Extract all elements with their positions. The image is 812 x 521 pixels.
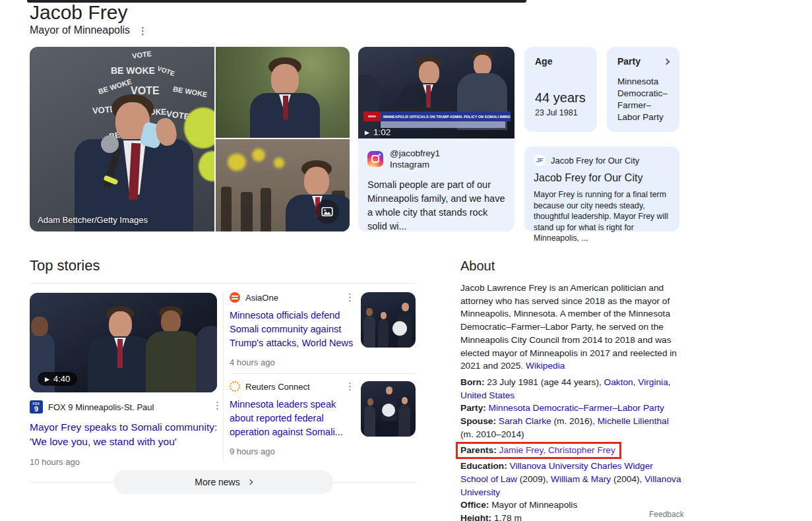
- fact-link[interactable]: Oakton: [604, 377, 633, 387]
- overflow-menu-icon[interactable]: ⋮: [345, 381, 355, 391]
- about-heading: About: [460, 259, 495, 274]
- birth-date: 23 Jul 1981: [535, 108, 586, 117]
- fact-label: Parents:: [460, 445, 499, 455]
- collage-photo-main[interactable]: VOTEBE WOKEVOTEBE WOKEVOTEBE WOKEVOTEBE …: [30, 47, 214, 231]
- fact-label: Party:: [460, 403, 489, 413]
- photo-figure: [283, 96, 288, 119]
- fact-text: (m. 2010–2014): [460, 429, 524, 439]
- photo-figure: [271, 64, 299, 96]
- photo-figure: [252, 148, 265, 162]
- site-description: Mayor Frey is running for a final term b…: [534, 189, 670, 244]
- feedback-link[interactable]: Feedback: [649, 510, 684, 519]
- story-timestamp: 10 hours ago: [30, 457, 222, 467]
- wikipedia-link[interactable]: Wikipedia: [526, 361, 565, 371]
- photo-figure: [228, 154, 246, 171]
- about-facts: Born: 23 July 1981 (age 44 years), Oakto…: [460, 376, 682, 521]
- top-stories-heading: Top stories: [30, 257, 100, 274]
- story-video-thumbnail[interactable]: ▶ 4:40: [30, 293, 217, 392]
- age-card: Age 44 years 23 Jul 1981: [524, 47, 597, 132]
- fact-label: Born:: [460, 377, 487, 387]
- chyron-headline: MINNEAPOLIS OFFICIALS ON TRUMP ADMIN. PO…: [381, 111, 511, 121]
- vertical-divider: [223, 293, 224, 462]
- fact-link[interactable]: ,: [543, 445, 548, 455]
- site-title[interactable]: Jacob Frey for Our City: [534, 172, 670, 184]
- about-fact-row: Party: Minnesota Democratic–Farmer–Labor…: [460, 402, 682, 415]
- fact-link[interactable]: Minnesota Democratic–Farmer–Labor Party: [489, 403, 664, 413]
- fact-link[interactable]: Christopher Frey: [548, 445, 615, 455]
- fact-text: 23 July 1981 (age 44 years),: [487, 377, 604, 387]
- page-subtitle: Mayor of Minneapolis: [30, 24, 130, 36]
- page-title: Jacob Frey: [30, 1, 127, 24]
- instagram-icon: [367, 151, 383, 167]
- about-fact-row: Born: 23 July 1981 (age 44 years), Oakto…: [460, 376, 682, 402]
- fact-link[interactable]: Michelle Lilienthal: [598, 416, 669, 426]
- story-thumbnail[interactable]: [361, 292, 416, 348]
- fact-link[interactable]: William & Mary: [551, 474, 611, 484]
- post-text[interactable]: Somali people are part of our Minneapoli…: [367, 178, 505, 231]
- video-post-card[interactable]: NEWS MINNEAPOLIS OFFICIALS ON TRUMP ADMI…: [358, 47, 515, 231]
- story-source: AsiaOne: [245, 293, 278, 303]
- photo-figure: [101, 135, 119, 153]
- knowledge-panel-page: Jacob Frey Mayor of Minneapolis ⋮ VOTEBE…: [0, 0, 812, 521]
- story-card: Reuters Connect ⋮ Minnesota leaders spea…: [230, 381, 416, 456]
- video-thumbnail[interactable]: NEWS MINNEAPOLIS OFFICIALS ON TRUMP ADMI…: [358, 47, 515, 138]
- story-card: AsiaOne ⋮ Minnesota officials defend Som…: [230, 292, 416, 367]
- chevron-right-icon: [247, 479, 252, 485]
- fact-link[interactable]: Virginia: [638, 377, 668, 387]
- site-name: Jacob Frey for Our City: [551, 156, 639, 166]
- overflow-menu-icon[interactable]: ⋮: [345, 292, 355, 302]
- fact-label: Height:: [460, 513, 494, 521]
- asiaone-logo-icon: [230, 292, 240, 303]
- story-thumbnail[interactable]: [361, 381, 416, 437]
- chevron-right-icon[interactable]: [664, 58, 670, 65]
- fact-text: (2004),: [611, 474, 644, 484]
- about-fact-row-highlighted: Parents: Jamie Frey, Christopher Frey: [456, 442, 621, 460]
- fist-word: BE WOKE: [111, 65, 155, 76]
- fact-text: Mayor of Minneapolis: [491, 500, 577, 510]
- campaign-site-card[interactable]: JF Jacob Frey for Our City Jacob Frey fo…: [524, 146, 679, 231]
- story-timestamp: 4 hours ago: [230, 357, 355, 367]
- fox9-logo-icon: FOX 9: [30, 400, 43, 414]
- fact-link[interactable]: United States: [460, 390, 515, 400]
- divider: [230, 373, 416, 374]
- fact-link[interactable]: Sarah Clarke: [499, 416, 551, 426]
- news-logo: NEWS: [363, 111, 381, 121]
- video-duration: ▶ 4:40: [38, 372, 77, 386]
- fact-label: Spouse:: [460, 416, 499, 426]
- divider: [30, 283, 416, 284]
- photo-figure: [117, 339, 123, 368]
- age-value: 44 years: [535, 90, 586, 106]
- photo-figure: [109, 311, 132, 338]
- more-news-button[interactable]: More news: [113, 470, 333, 494]
- about-description: Jacob Lawrence Frey is an American polit…: [460, 282, 682, 373]
- story-headline[interactable]: Minnesota leaders speak about reported f…: [230, 398, 355, 439]
- photo-credit-caption: Adam Bettcher/Getty Images: [38, 215, 148, 225]
- photo-figure: [146, 331, 201, 392]
- fist-word: VOTE: [131, 49, 152, 60]
- story-headline[interactable]: Minnesota officials defend Somali commun…: [230, 309, 355, 350]
- fist-word: VOTE: [156, 65, 175, 78]
- collage-photo-portrait[interactable]: [216, 47, 350, 138]
- photo-figure: [304, 167, 329, 196]
- about-fact-row: Spouse: Sarah Clarke (m. 2016), Michelle…: [460, 415, 682, 441]
- story-source: FOX 9 Minneapolis-St. Paul: [48, 402, 154, 412]
- photo-figure: [419, 61, 439, 85]
- play-icon: ▶: [45, 376, 49, 383]
- photo-figure: [161, 311, 181, 333]
- instagram-handle[interactable]: @jacobfrey1: [390, 148, 440, 159]
- photo-figure: [31, 317, 48, 336]
- fact-link[interactable]: Jamie Frey: [499, 445, 544, 455]
- party-card[interactable]: Party Minnesota Democratic–Farmer–Labor …: [607, 47, 679, 132]
- more-images-button[interactable]: [315, 200, 339, 224]
- fist-word: BE WOKE: [172, 85, 208, 99]
- overflow-menu-icon[interactable]: ⋮: [212, 400, 222, 410]
- photo-figure: [426, 85, 431, 107]
- story-headline[interactable]: Mayor Frey speaks to Somali community: '…: [30, 420, 222, 449]
- image-collage: VOTEBE WOKEVOTEBE WOKEVOTEBE WOKEVOTEBE …: [30, 47, 350, 231]
- reuters-logo-icon: [230, 381, 240, 392]
- fact-text: (m. 2016),: [551, 416, 598, 426]
- fact-label: Office:: [460, 500, 491, 510]
- about-fact-row: Education: Villanova University Charles …: [460, 460, 682, 499]
- photo-figure: [221, 187, 232, 231]
- overflow-menu-icon[interactable]: ⋮: [138, 26, 148, 36]
